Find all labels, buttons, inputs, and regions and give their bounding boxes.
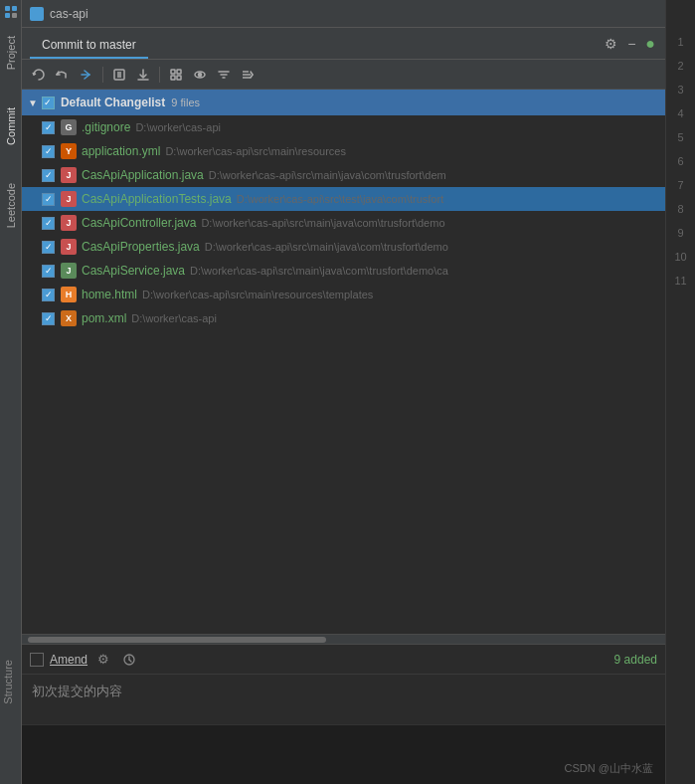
file-path: D:\worker\cas-api — [131, 312, 217, 324]
svg-point-17 — [199, 73, 202, 76]
file-checkbox[interactable] — [42, 289, 55, 301]
toolbar-sep-1 — [102, 67, 103, 83]
changelist-count: 9 files — [171, 97, 200, 108]
svg-rect-15 — [177, 76, 181, 80]
line-number: 5 — [674, 125, 686, 149]
tab-actions: ⚙ − ● — [603, 33, 657, 59]
file-checkbox[interactable] — [42, 193, 55, 206]
file-checkbox[interactable] — [42, 217, 55, 230]
line-number: 7 — [674, 173, 686, 197]
commit-tab[interactable]: Commit to master — [30, 33, 148, 59]
h-scrollbar-thumb[interactable] — [28, 637, 326, 643]
grid-button[interactable] — [165, 64, 187, 86]
file-path: D:\worker\cas-api\src\main\resources\tem… — [142, 289, 373, 300]
minimize-button[interactable]: − — [625, 34, 637, 54]
toolbar-sep-2 — [159, 67, 160, 83]
svg-rect-3 — [12, 13, 17, 18]
bottom-clock-btn[interactable] — [119, 650, 139, 670]
amend-checkbox[interactable] — [30, 653, 44, 667]
line-number: 10 — [674, 245, 686, 269]
file-path: D:\worker\cas-api\src\main\java\com\trus… — [190, 265, 448, 277]
sidebar-item-commit[interactable]: Commit — [5, 103, 17, 149]
file-name: .gitignore — [82, 120, 130, 134]
file-row[interactable]: G .gitignore D:\worker\cas-api — [22, 115, 665, 139]
svg-rect-12 — [171, 70, 175, 74]
download-button[interactable] — [132, 64, 154, 86]
file-path: D:\worker\cas-api — [135, 121, 221, 133]
sidebar-item-leetcode[interactable]: Leetcode — [5, 179, 17, 232]
toolbar — [22, 60, 665, 90]
bottom-settings-btn[interactable]: ⚙ — [93, 650, 113, 670]
file-name: CasApiProperties.java — [82, 240, 200, 254]
svg-rect-1 — [12, 6, 17, 11]
settings-button[interactable]: ⚙ — [603, 34, 619, 54]
file-row[interactable]: J CasApiController.java D:\worker\cas-ap… — [22, 211, 665, 235]
file-checkbox[interactable] — [42, 169, 55, 182]
file-type-icon: H — [61, 287, 77, 302]
file-type-icon: X — [61, 310, 77, 326]
file-name: CasApiService.java — [82, 264, 185, 278]
file-list-area: ▼ Default Changelist 9 files G .gitignor… — [22, 90, 665, 634]
right-gutter: 1234567891011 — [665, 0, 695, 784]
amend-label[interactable]: Amend — [50, 653, 87, 667]
svg-rect-0 — [5, 6, 10, 11]
watermark-area: CSDN @山中水蓝 — [22, 724, 665, 784]
svg-rect-2 — [5, 13, 10, 18]
file-row[interactable]: J CasApiService.java D:\worker\cas-api\s… — [22, 259, 665, 283]
changelist-name: Default Changelist — [61, 96, 165, 109]
watermark-text: CSDN @山中水蓝 — [565, 761, 653, 776]
eye-button[interactable] — [189, 64, 211, 86]
svg-rect-13 — [177, 70, 181, 74]
sidebar-item-project[interactable]: Project — [5, 32, 17, 74]
undo-button[interactable] — [52, 64, 74, 86]
file-row[interactable]: J CasApiApplicationTests.java D:\worker\… — [22, 187, 665, 211]
file-row[interactable]: X pom.xml D:\worker\cas-api — [22, 306, 665, 330]
h-scrollbar[interactable] — [22, 634, 665, 644]
file-checkbox[interactable] — [42, 241, 55, 254]
svg-rect-4 — [32, 9, 42, 19]
tab-bar: Commit to master ⚙ − ● — [22, 28, 665, 60]
sort-button[interactable] — [237, 64, 259, 86]
sidebar-item-structure[interactable]: Structure — [2, 660, 14, 704]
file-path: D:\worker\cas-api\src\main\resources — [165, 145, 346, 157]
file-row[interactable]: Y application.yml D:\worker\cas-api\src\… — [22, 139, 665, 163]
list-button[interactable] — [108, 64, 130, 86]
line-numbers-container: 1234567891011 — [674, 30, 686, 293]
file-row[interactable]: J CasApiApplication.java D:\worker\cas-a… — [22, 163, 665, 187]
file-checkbox[interactable] — [42, 265, 55, 278]
file-name: application.yml — [82, 144, 160, 158]
bottom-toolbar: Amend ⚙ 9 added — [22, 645, 665, 675]
file-path: D:\worker\cas-api\src\main\java\com\trus… — [205, 241, 448, 253]
commit-message-text: 初次提交的内容 — [32, 684, 122, 698]
line-number: 2 — [674, 54, 686, 78]
file-name: CasApiApplicationTests.java — [82, 192, 232, 206]
file-name: CasApiController.java — [82, 216, 196, 230]
line-number: 1 — [674, 30, 686, 54]
changelist-header[interactable]: ▼ Default Changelist 9 files — [22, 90, 665, 115]
line-number: 4 — [674, 101, 686, 125]
file-row[interactable]: H home.html D:\worker\cas-api\src\main\r… — [22, 283, 665, 306]
changelist-checkbox[interactable] — [42, 97, 55, 109]
file-type-icon: G — [61, 119, 77, 135]
amend-text: Amend — [50, 653, 87, 667]
file-checkbox[interactable] — [42, 121, 55, 134]
line-number: 3 — [674, 78, 686, 101]
file-row[interactable]: J CasApiProperties.java D:\worker\cas-ap… — [22, 235, 665, 259]
svg-line-24 — [251, 75, 253, 78]
file-name: home.html — [82, 288, 137, 301]
commit-message-area[interactable]: 初次提交的内容 — [22, 675, 665, 724]
file-type-icon: J — [61, 215, 77, 231]
file-type-icon: J — [61, 191, 77, 207]
line-number: 9 — [674, 221, 686, 245]
user-button[interactable]: ● — [643, 33, 657, 55]
file-checkbox[interactable] — [42, 312, 55, 325]
svg-line-28 — [129, 660, 131, 662]
changelist-chevron: ▼ — [28, 98, 38, 108]
forward-button[interactable] — [76, 64, 97, 86]
refresh-button[interactable] — [28, 64, 50, 86]
sidebar-top-icon[interactable] — [1, 2, 21, 22]
file-checkbox[interactable] — [42, 145, 55, 158]
line-number: 6 — [674, 149, 686, 173]
tab-label: Commit to master — [42, 38, 136, 52]
filter-button[interactable] — [213, 64, 235, 86]
